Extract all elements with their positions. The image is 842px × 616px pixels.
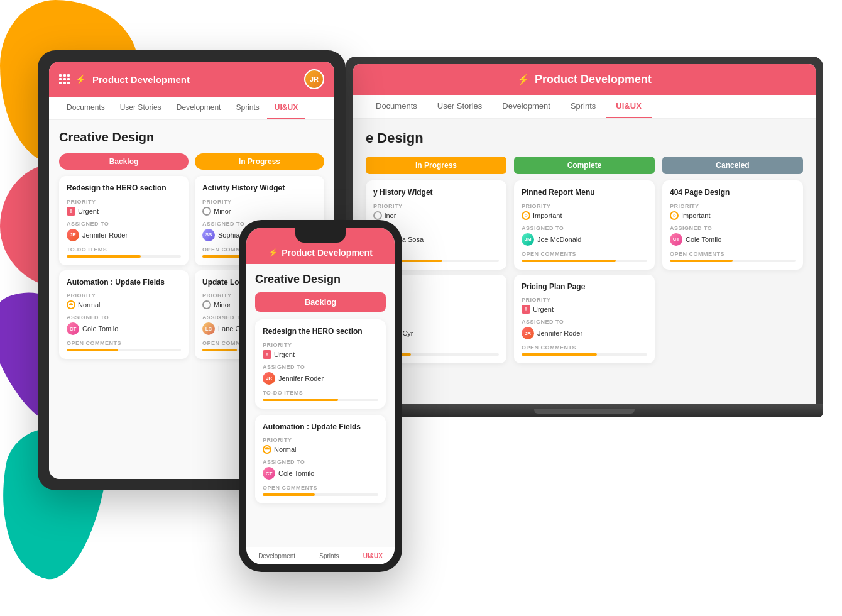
phone-tab-sprints[interactable]: Sprints: [319, 553, 339, 559]
comments-label: OPEN COMMENTS: [670, 251, 796, 257]
progress-bar: [522, 260, 647, 262]
laptop-body: e Design In Progress y History Widget PR…: [353, 119, 816, 380]
phone-tab-uiux[interactable]: UI&UX: [363, 553, 383, 559]
col-backlog: Backlog Redesign the HERO section PRIORI…: [59, 153, 189, 364]
laptop-section-title: e Design: [366, 130, 803, 146]
laptop-card-404[interactable]: 404 Page Design PRIORITY ○ Important ASS…: [662, 180, 803, 270]
priority-label: PRIORITY: [67, 292, 181, 299]
laptop-card-pinned[interactable]: Pinned Report Menu PRIORITY ○ Important …: [514, 180, 655, 270]
laptop-card-pricing[interactable]: Pricing Plan Page PRIORITY ! Urgent ASSI…: [514, 275, 655, 364]
avatar-sophia: SS: [202, 229, 215, 241]
lightning-icon: ⚡: [75, 74, 86, 84]
priority-row: ! Urgent: [522, 305, 647, 314]
laptop-tab-uiux[interactable]: UI&UX: [606, 95, 651, 118]
phone-section-title: Creative Design: [255, 273, 386, 286]
laptop-screen: ⚡ Product Development Documents User Sto…: [353, 64, 816, 404]
urgent-icon: !: [263, 350, 271, 359]
col-header-inprogress: In Progress: [195, 153, 324, 170]
tablet-header-title: Product Development: [92, 74, 190, 85]
laptop-col-canceled: Canceled 404 Page Design PRIORITY ○ Impo…: [662, 157, 803, 368]
tab-userstories[interactable]: User Stories: [112, 97, 169, 119]
phone-body: Creative Design Backlog Redesign the HER…: [246, 264, 395, 547]
laptop-header: ⚡ Product Development: [353, 64, 816, 95]
col-header-backlog: Backlog: [59, 153, 189, 170]
priority-text: Important: [533, 212, 562, 219]
phone-backlog-btn[interactable]: Backlog: [255, 292, 386, 312]
assigned-name: Joe McDonald: [537, 236, 581, 243]
assigned-row: JR Jennifer Roder: [522, 327, 647, 339]
progress-bar: [522, 353, 647, 356]
card-title: Automation : Update Fields: [67, 278, 181, 288]
tab-sprints[interactable]: Sprints: [228, 97, 266, 119]
assigned-name: Jennifer Roder: [278, 375, 324, 382]
important-icon: ○: [670, 211, 679, 220]
phone-card-automation[interactable]: Automation : Update Fields PRIORITY Norm…: [255, 415, 386, 504]
card-hero-section[interactable]: Redesign the HERO section PRIORITY ! Urg…: [59, 176, 189, 265]
phone-screen: ⚡ Product Development Creative Design Ba…: [246, 228, 395, 564]
urgent-icon: !: [67, 207, 75, 216]
priority-label: PRIORITY: [202, 199, 317, 205]
assigned-label: ASSIGNED TO: [522, 319, 647, 325]
laptop-tab-sprints[interactable]: Sprints: [560, 95, 606, 118]
priority-label: PRIORITY: [670, 203, 796, 209]
avatar-cole: CT: [670, 233, 682, 246]
card-title: 404 Page Design: [670, 188, 796, 198]
minor-icon: [202, 300, 211, 309]
phone-notch: [295, 228, 346, 243]
assigned-row: CT Cole Tomilo: [263, 467, 378, 480]
comments-label: OPEN COMMENTS: [263, 485, 378, 491]
priority-row: ○ Important: [670, 211, 796, 220]
card-automation[interactable]: Automation : Update Fields PRIORITY Norm…: [59, 270, 189, 360]
priority-row: Normal: [263, 445, 378, 454]
assigned-row: JM Joe McDonald: [522, 233, 647, 246]
card-title: Pinned Report Menu: [522, 188, 647, 198]
laptop-col-header-inprogress: In Progress: [366, 157, 506, 174]
phone-lightning-icon: ⚡: [268, 248, 278, 257]
card-title: Automation : Update Fields: [263, 422, 378, 432]
priority-row: Minor: [202, 207, 317, 216]
phone-tab-development[interactable]: Development: [258, 553, 295, 559]
priority-text: Urgent: [274, 351, 295, 358]
tab-uiux[interactable]: UI&UX: [267, 97, 305, 119]
tablet-avatar: JR: [304, 69, 324, 89]
normal-icon: [67, 300, 75, 309]
progress-bar: [263, 493, 378, 496]
priority-label: PRIORITY: [67, 199, 181, 205]
assigned-label: ASSIGNED TO: [522, 225, 647, 231]
priority-label: PRIORITY: [263, 342, 378, 348]
priority-text: Important: [681, 212, 710, 219]
assigned-name: Jennifer Roder: [537, 329, 582, 337]
priority-text: Normal: [274, 446, 296, 453]
priority-text: inor: [385, 212, 396, 219]
assigned-name: Cole Tomilo: [686, 236, 721, 243]
laptop-tab-documents[interactable]: Documents: [366, 95, 427, 118]
todo-label: TO-DO ITEMS: [67, 246, 181, 253]
laptop-col-header-complete: Complete: [514, 157, 655, 174]
phone-card-hero[interactable]: Redesign the HERO section PRIORITY ! Urg…: [255, 319, 386, 409]
laptop-tab-development[interactable]: Development: [492, 95, 560, 118]
assigned-row: CT Cole Tomilo: [67, 322, 181, 335]
progress-fill: [522, 353, 597, 356]
todo-label: TO-DO ITEMS: [263, 390, 378, 396]
tablet-header-left: ⚡ Product Development: [59, 74, 190, 85]
tab-documents[interactable]: Documents: [59, 97, 112, 119]
priority-label: PRIORITY: [263, 437, 378, 443]
laptop-tab-userstories[interactable]: User Stories: [427, 95, 493, 118]
laptop-device: ⚡ Product Development Documents User Sto…: [346, 57, 823, 417]
laptop-nav: Documents User Stories Development Sprin…: [353, 95, 816, 119]
priority-text: Minor: [214, 301, 231, 309]
phone-header-title: Product Development: [282, 248, 373, 258]
progress-fill: [522, 260, 616, 262]
assigned-label: ASSIGNED TO: [67, 221, 181, 227]
priority-label: PRIORITY: [373, 203, 499, 209]
avatar-cole: CT: [263, 467, 275, 480]
assigned-row: JR Jennifer Roder: [263, 372, 378, 385]
tab-development[interactable]: Development: [169, 97, 229, 119]
assigned-row: JR Jennifer Roder: [67, 229, 181, 241]
laptop-col-header-canceled: Canceled: [662, 157, 803, 174]
assigned-label: ASSIGNED TO: [263, 459, 378, 465]
urgent-icon: !: [522, 305, 530, 314]
avatar-jennifer: JR: [522, 327, 534, 339]
priority-row: ! Urgent: [67, 207, 181, 216]
comments-label: OPEN COMMENTS: [522, 251, 647, 257]
